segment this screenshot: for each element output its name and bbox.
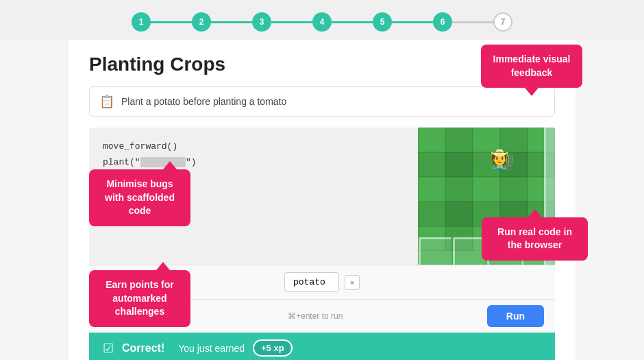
- callout-points-arrow: [156, 262, 170, 270]
- progress-track: 1 2 3 4 5 6 7: [132, 12, 512, 32]
- grid-row-2: [418, 152, 555, 177]
- task-text: Plant a potato before planting a tomato: [121, 96, 286, 107]
- xp-badge: +5 xp: [253, 339, 293, 357]
- callout-scaffold: Minimise bugs with scaffolded code: [89, 169, 190, 226]
- step-line-2: [211, 21, 252, 23]
- close-input-button[interactable]: ×: [345, 275, 360, 290]
- run-button[interactable]: Run: [487, 305, 544, 327]
- run-shortcut: ⌘+enter to run: [288, 311, 343, 321]
- step-7[interactable]: 7: [493, 12, 512, 32]
- step-5[interactable]: 5: [373, 12, 392, 32]
- task-bar: 📋 Plant a potato before planting a tomat…: [89, 86, 555, 117]
- callout-scaffold-arrow: [163, 161, 177, 169]
- correct-bar: ☑ Correct! You just earned +5 xp: [89, 333, 555, 360]
- grid-cell: [418, 202, 445, 226]
- grid-row-1: [418, 128, 555, 152]
- grid-cell: [418, 128, 445, 152]
- progress-bar: 1 2 3 4 5 6 7: [0, 0, 644, 40]
- code-input[interactable]: [284, 272, 339, 292]
- callout-points: Earn points for automarked challenges: [89, 270, 190, 327]
- step-line-1: [151, 21, 192, 23]
- grid-cell: [418, 152, 445, 177]
- callout-feedback: Immediate visual feedback: [481, 45, 582, 88]
- step-line-6: [452, 21, 493, 23]
- grid-cell: [445, 177, 473, 202]
- callout-feedback-arrow: [525, 88, 538, 96]
- correct-icon: ☑: [103, 341, 114, 356]
- correct-text: Correct!: [122, 342, 164, 355]
- fence-post: [453, 237, 486, 265]
- grid-cell: [445, 202, 473, 226]
- code-line-1: move_forward(): [103, 139, 404, 154]
- grid-cell: [500, 177, 528, 202]
- step-3[interactable]: 3: [252, 12, 271, 32]
- step-1[interactable]: 1: [132, 12, 151, 32]
- grid-cell: [473, 177, 500, 202]
- grid-row-3: [418, 177, 555, 202]
- fence-post: [419, 237, 451, 265]
- step-4[interactable]: 4: [312, 12, 332, 32]
- step-2[interactable]: 2: [192, 12, 211, 32]
- callout-browser: Run real code in the browser: [482, 217, 588, 261]
- step-line-4: [332, 21, 373, 23]
- grid-cell: [445, 128, 473, 152]
- step-6[interactable]: 6: [433, 12, 452, 32]
- grid-cell: [418, 177, 445, 202]
- game-character: 🧑‍🌾: [490, 148, 514, 171]
- grid-cell: [445, 152, 473, 177]
- task-icon: 📋: [99, 94, 114, 109]
- earned-text: You just earned: [178, 343, 245, 354]
- step-line-3: [271, 21, 312, 23]
- callout-browser-arrow: [528, 209, 542, 217]
- code-line-2: plant(" "): [103, 154, 404, 170]
- step-line-5: [392, 21, 433, 23]
